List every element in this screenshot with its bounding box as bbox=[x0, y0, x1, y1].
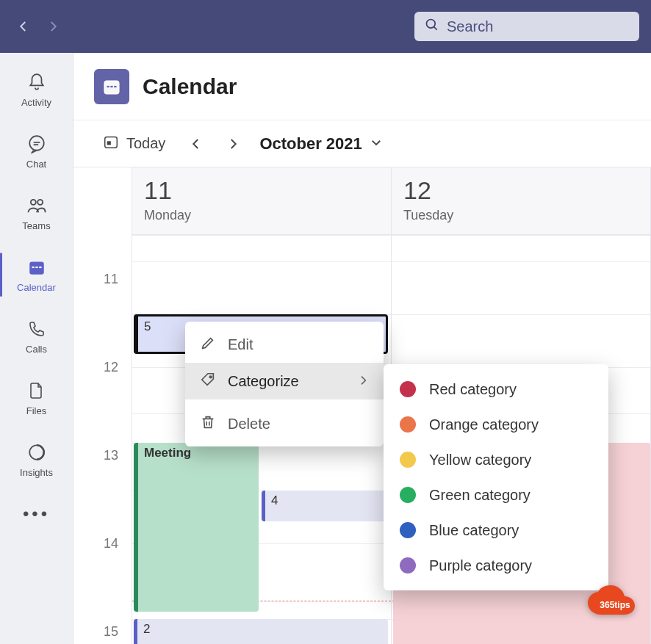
rail-label: Activity bbox=[21, 97, 51, 108]
svg-line-1 bbox=[434, 27, 437, 30]
categorize-submenu: Red category Orange category Yellow cate… bbox=[384, 364, 608, 590]
day-name: Tuesday bbox=[403, 208, 639, 223]
day-name: Monday bbox=[144, 208, 379, 223]
rail-label: Files bbox=[26, 405, 46, 416]
category-label: Yellow category bbox=[429, 452, 531, 468]
trash-icon bbox=[200, 414, 216, 434]
category-purple[interactable]: Purple category bbox=[384, 548, 608, 583]
rail-teams[interactable]: Teams bbox=[0, 182, 73, 244]
svg-rect-14 bbox=[107, 85, 109, 87]
month-picker[interactable]: October 2021 bbox=[259, 134, 382, 153]
watermark-text: 365tips bbox=[600, 600, 630, 610]
context-menu-categorize[interactable]: Categorize bbox=[185, 363, 384, 399]
svg-point-2 bbox=[29, 136, 44, 151]
calendar-icon bbox=[26, 257, 47, 278]
hour-label: 15 bbox=[104, 624, 118, 640]
event-title: 5 bbox=[144, 319, 151, 333]
category-orange[interactable]: Orange category bbox=[384, 407, 608, 442]
file-icon bbox=[26, 380, 47, 401]
hour-label: 13 bbox=[104, 448, 118, 463]
next-period-button[interactable] bbox=[218, 129, 248, 159]
history-back-button[interactable] bbox=[12, 15, 35, 38]
event-meeting[interactable]: Meeting bbox=[134, 443, 259, 612]
search-input[interactable] bbox=[447, 18, 629, 35]
today-label: Today bbox=[126, 135, 165, 152]
rail-chat[interactable]: Chat bbox=[0, 120, 73, 182]
category-blue[interactable]: Blue category bbox=[384, 513, 608, 548]
tag-icon bbox=[200, 372, 216, 391]
rail-more-button[interactable]: ••• bbox=[23, 504, 50, 524]
day-number: 11 bbox=[144, 176, 379, 205]
menu-label: Edit bbox=[228, 336, 253, 353]
event[interactable]: 4 bbox=[262, 491, 388, 521]
hour-label: 12 bbox=[104, 360, 118, 375]
rail-label: Teams bbox=[22, 220, 50, 231]
color-swatch bbox=[400, 487, 416, 503]
rail-label: Chat bbox=[26, 159, 46, 170]
color-swatch bbox=[400, 557, 416, 574]
category-green[interactable]: Green category bbox=[384, 477, 608, 513]
chevron-right-icon bbox=[357, 373, 369, 390]
event-title: Meeting bbox=[144, 446, 191, 460]
svg-point-5 bbox=[30, 199, 35, 204]
hour-label: 11 bbox=[104, 272, 118, 287]
chevron-down-icon bbox=[370, 134, 383, 153]
context-menu-edit[interactable]: Edit bbox=[185, 326, 384, 363]
history-forward-button[interactable] bbox=[41, 15, 65, 38]
main-area: Calendar Today October 2021 bbox=[73, 53, 651, 644]
color-swatch bbox=[400, 381, 416, 397]
category-label: Red category bbox=[429, 381, 517, 398]
edit-icon bbox=[200, 335, 216, 355]
page-title: Calendar bbox=[143, 74, 237, 99]
category-label: Green category bbox=[429, 487, 530, 504]
category-label: Purple category bbox=[429, 557, 532, 574]
category-label: Orange category bbox=[429, 416, 539, 433]
svg-rect-16 bbox=[114, 85, 116, 87]
svg-rect-15 bbox=[110, 85, 112, 87]
day-number: 12 bbox=[403, 176, 639, 205]
today-icon bbox=[103, 134, 119, 153]
title-bar bbox=[0, 0, 651, 53]
rail-label: Calendar bbox=[17, 282, 56, 293]
event-title: 4 bbox=[271, 493, 278, 507]
context-menu-delete[interactable]: Delete bbox=[185, 405, 384, 442]
page-header: Calendar bbox=[73, 53, 651, 120]
svg-rect-17 bbox=[105, 137, 118, 148]
rail-insights[interactable]: Insights bbox=[0, 429, 73, 491]
category-red[interactable]: Red category bbox=[384, 372, 608, 407]
phone-icon bbox=[26, 319, 47, 339]
search-box[interactable] bbox=[414, 12, 639, 41]
color-swatch bbox=[400, 522, 416, 538]
calendar-toolbar: Today October 2021 bbox=[73, 120, 651, 167]
category-yellow[interactable]: Yellow category bbox=[384, 442, 608, 477]
insights-icon bbox=[26, 442, 47, 463]
svg-point-0 bbox=[427, 20, 436, 29]
event[interactable]: 2 bbox=[134, 619, 388, 644]
rail-calendar[interactable]: Calendar bbox=[0, 244, 73, 305]
prev-period-button[interactable] bbox=[181, 129, 211, 159]
rail-activity[interactable]: Activity bbox=[0, 59, 73, 120]
month-label: October 2021 bbox=[259, 134, 362, 153]
watermark-badge: 365tips bbox=[586, 585, 644, 625]
svg-rect-9 bbox=[35, 266, 37, 267]
context-menu: Edit Categorize Delete bbox=[185, 322, 384, 446]
rail-label: Insights bbox=[20, 467, 53, 478]
event-title: 2 bbox=[143, 622, 150, 636]
time-gutter: 11 12 13 14 15 bbox=[73, 167, 132, 644]
category-label: Blue category bbox=[429, 522, 519, 539]
color-swatch bbox=[400, 416, 416, 433]
menu-label: Categorize bbox=[228, 373, 299, 390]
color-swatch bbox=[400, 452, 416, 468]
menu-label: Delete bbox=[228, 416, 270, 433]
rail-label: Calls bbox=[26, 344, 47, 355]
svg-point-6 bbox=[37, 199, 43, 204]
hour-label: 14 bbox=[104, 536, 118, 551]
search-icon bbox=[425, 18, 439, 35]
svg-rect-10 bbox=[39, 266, 41, 267]
rail-calls[interactable]: Calls bbox=[0, 305, 73, 367]
svg-rect-8 bbox=[32, 266, 34, 267]
day-header: 12 Tuesday bbox=[392, 167, 650, 235]
today-button[interactable]: Today bbox=[94, 129, 174, 158]
calendar-app-icon bbox=[94, 69, 129, 104]
rail-files[interactable]: Files bbox=[0, 367, 73, 429]
